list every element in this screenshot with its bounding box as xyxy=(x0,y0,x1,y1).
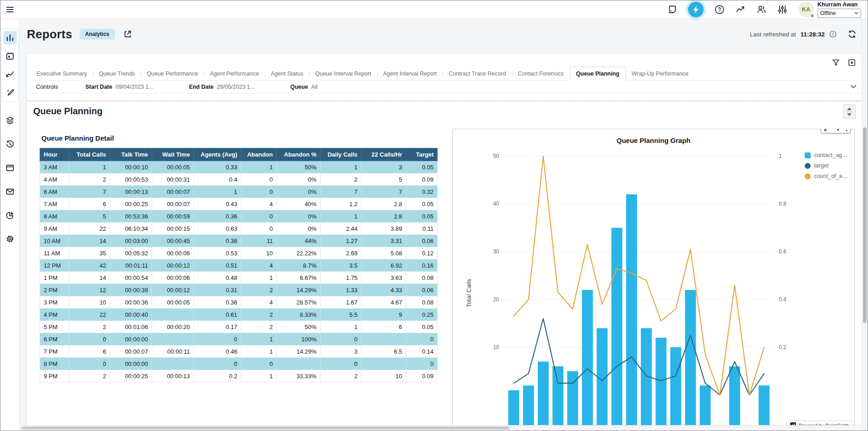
table-cell[interactable]: 3 xyxy=(321,345,362,358)
count-of-agents-line[interactable] xyxy=(514,156,764,395)
table-cell[interactable]: 6 xyxy=(69,198,110,210)
table-cell[interactable]: 0.12 xyxy=(406,247,438,259)
table-cell[interactable]: 1.75 xyxy=(321,272,362,284)
sidebar-item-calendar[interactable] xyxy=(3,49,17,63)
table-cell[interactable]: 22.22% xyxy=(277,247,321,259)
table-cell[interactable]: 0.16 xyxy=(406,259,438,272)
metrics-trend-icon[interactable] xyxy=(735,5,745,15)
table-cell[interactable]: 0 xyxy=(241,358,277,370)
table-cell[interactable]: 0.51 xyxy=(194,259,241,272)
table-cell[interactable]: 4.33 xyxy=(362,284,406,296)
column-header[interactable]: Talk Time xyxy=(110,148,152,161)
table-cell[interactable]: 10 AM xyxy=(40,235,69,247)
tab-executive-summary[interactable]: Executive Summary xyxy=(31,67,93,80)
bar-5-pm[interactable] xyxy=(700,385,711,431)
table-cell[interactable]: 7 AM xyxy=(40,198,69,210)
table-cell[interactable]: 0.17 xyxy=(194,321,241,333)
table-cell[interactable]: 00:00:13 xyxy=(110,186,152,198)
column-header[interactable]: Agents (Avg) xyxy=(194,148,241,161)
bar-9-pm[interactable] xyxy=(759,385,770,431)
table-cell[interactable]: 0.14 xyxy=(406,345,438,358)
table-cell[interactable]: 2.69 xyxy=(321,247,362,259)
table-cell[interactable]: 6.5 xyxy=(362,345,406,358)
table-cell[interactable]: 44% xyxy=(277,235,321,247)
table-cell[interactable]: 00:00:25 xyxy=(110,370,152,382)
table-cell[interactable]: 0 xyxy=(194,358,241,370)
table-cell[interactable]: 5 xyxy=(362,173,406,186)
tab-agent-status[interactable]: Agent Status xyxy=(265,67,310,80)
horizontal-scrollbar[interactable] xyxy=(20,425,862,431)
visual-filter-icon[interactable] xyxy=(835,129,841,132)
table-cell[interactable]: 00:00:06 xyxy=(152,272,194,284)
table-cell[interactable]: 00:00:31 xyxy=(152,173,194,186)
refresh-icon[interactable] xyxy=(848,30,857,39)
target-line[interactable] xyxy=(514,319,764,395)
table-cell[interactable]: 2 PM xyxy=(40,284,69,296)
avatar[interactable]: KA xyxy=(798,2,814,17)
table-cell[interactable]: 0% xyxy=(277,210,321,223)
table-cell[interactable]: 0 xyxy=(194,333,241,345)
legend-item-target[interactable]: target xyxy=(805,162,848,169)
table-cell[interactable]: 40% xyxy=(277,198,321,210)
sidebar-item-history[interactable] xyxy=(3,137,17,151)
table-cell[interactable]: 3 AM xyxy=(40,161,69,173)
tab-contact-forensics[interactable]: Contact Forensics xyxy=(512,67,570,80)
table-cell[interactable]: 00:00:13 xyxy=(152,370,194,382)
sidebar-item-layers[interactable] xyxy=(3,114,17,127)
table-cell[interactable]: 0% xyxy=(277,223,321,235)
table-cell[interactable]: 8.7% xyxy=(277,259,321,272)
table-cell[interactable]: 2 xyxy=(69,321,110,333)
table-cell[interactable]: 6 AM xyxy=(40,186,69,198)
table-cell[interactable]: 6 xyxy=(69,345,110,358)
bar-11-am[interactable] xyxy=(612,228,623,431)
realtime-metrics-icon[interactable] xyxy=(688,2,704,17)
table-cell[interactable]: 00:00:00 xyxy=(110,333,152,345)
table-cell[interactable]: 00:00:12 xyxy=(152,284,194,296)
table-cell[interactable]: 4 xyxy=(241,259,277,272)
table-cell[interactable]: 5 PM xyxy=(40,321,69,333)
table-cell[interactable]: 0.08 xyxy=(406,272,438,284)
table-cell[interactable]: 0 xyxy=(241,223,277,235)
bar-3-pm[interactable] xyxy=(670,347,681,431)
table-cell[interactable]: 0.38 xyxy=(194,235,241,247)
table-cell[interactable] xyxy=(277,358,321,370)
table-cell[interactable]: 35 xyxy=(69,247,110,259)
table-cell[interactable]: 00:00:05 xyxy=(152,296,194,309)
table-cell[interactable]: 1 PM xyxy=(40,272,69,284)
agents-icon[interactable] xyxy=(756,5,766,15)
table-cell[interactable]: 0.33 xyxy=(194,161,241,173)
table-cell[interactable]: 11 xyxy=(241,235,277,247)
info-icon[interactable] xyxy=(829,30,837,38)
sidebar-item-reports[interactable] xyxy=(3,31,17,45)
table-cell[interactable]: 0.36 xyxy=(194,296,241,309)
table-cell[interactable]: 1.33 xyxy=(321,284,362,296)
table-cell[interactable]: 8 PM xyxy=(40,358,69,370)
table-cell[interactable]: 2 xyxy=(321,173,362,186)
table-cell[interactable]: 1 xyxy=(69,161,110,173)
table-cell[interactable]: 0% xyxy=(277,186,321,198)
table-cell[interactable]: 00:00:07 xyxy=(152,198,194,210)
tab-queue-interval-report[interactable]: Queue Interval Report xyxy=(309,67,377,80)
bar-7-am[interactable] xyxy=(552,366,563,431)
table-cell[interactable]: 2 xyxy=(241,309,277,321)
tab-queue-performance[interactable]: Queue Performance xyxy=(141,67,204,80)
table-cell[interactable]: 3.63 xyxy=(362,272,406,284)
column-header[interactable]: Total Calls xyxy=(69,148,110,161)
sidebar-item-pie[interactable] xyxy=(3,208,17,222)
table-cell[interactable]: 00:00:07 xyxy=(152,186,194,198)
table-cell[interactable]: 0 xyxy=(406,358,438,370)
table-cell[interactable] xyxy=(152,309,194,321)
table-cell[interactable]: 1 xyxy=(321,161,362,173)
table-cell[interactable]: 0.32 xyxy=(406,186,438,198)
table-cell[interactable]: 6.67% xyxy=(277,272,321,284)
table-cell[interactable]: 0 xyxy=(241,186,277,198)
table-cell[interactable]: 00:00:07 xyxy=(110,345,152,358)
table-cell[interactable]: 10 xyxy=(241,247,277,259)
table-cell[interactable] xyxy=(152,333,194,345)
bar-12-pm[interactable] xyxy=(626,194,637,431)
table-cell[interactable]: 3 PM xyxy=(40,296,69,309)
column-header[interactable]: Daily Calls xyxy=(321,148,362,161)
table-cell[interactable]: 22 xyxy=(69,223,110,235)
bar-8-am[interactable] xyxy=(567,371,578,431)
table-cell[interactable]: 00:00:12 xyxy=(152,259,194,272)
